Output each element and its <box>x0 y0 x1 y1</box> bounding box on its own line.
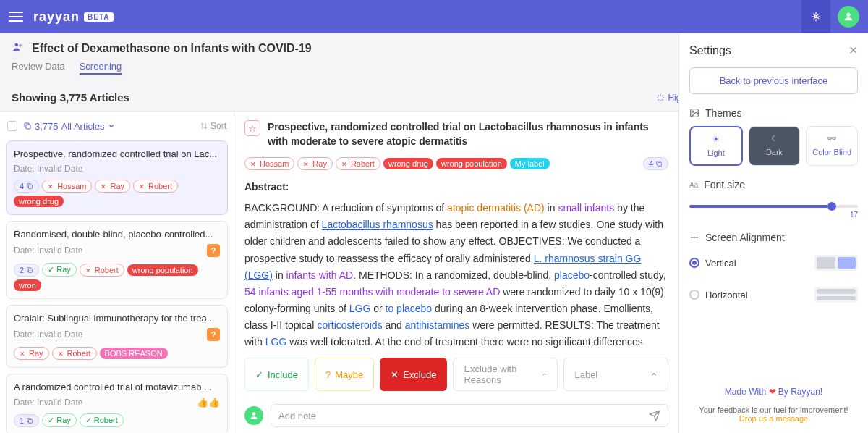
heart-icon: ❤ <box>769 387 776 397</box>
warn-badge: ? <box>207 244 220 257</box>
sun-icon: ☀ <box>712 135 720 144</box>
chevron-up-icon <box>542 371 548 378</box>
made-with: Made With ❤ By Rayyan! <box>689 387 858 397</box>
theme-dark[interactable]: ☾Dark <box>749 126 801 166</box>
beta-badge: BETA <box>84 12 113 22</box>
svg-point-17 <box>692 111 694 112</box>
settings-title: Settings <box>689 44 731 57</box>
article-title: A randomized controlled trial of motaviz… <box>14 382 220 392</box>
tag[interactable]: wrong drug <box>383 158 433 169</box>
select-all-checkbox[interactable] <box>7 121 17 131</box>
glasses-icon: 👓 <box>827 134 837 143</box>
review-title: Effect of Dexamethasone on Infants with … <box>32 42 312 55</box>
tag[interactable]: wron <box>14 279 41 291</box>
radio-horizontal[interactable] <box>689 290 699 300</box>
svg-rect-10 <box>26 125 30 129</box>
copy-count: 2 <box>14 264 39 277</box>
tag[interactable]: wrong drug <box>14 196 64 207</box>
article-card[interactable]: Oralair: Sublingual immunotherapy for th… <box>6 305 228 368</box>
note-avatar <box>244 406 263 425</box>
topbar: rayyan BETA <box>0 0 868 33</box>
maybe-button[interactable]: ? Maybe <box>315 358 374 391</box>
image-icon <box>689 108 699 118</box>
article-list-pane: 3,775 All Articles Sort Prospective, ran… <box>0 112 234 433</box>
exclude-button[interactable]: ✕ Exclude <box>380 358 447 391</box>
sort-icon <box>200 122 208 130</box>
include-button[interactable]: ✓ Include <box>244 358 309 391</box>
settings-button[interactable] <box>801 0 830 33</box>
copy-count: 4 <box>14 180 39 193</box>
detail-badge-count: 4 <box>643 157 668 170</box>
tag[interactable]: Ray <box>95 180 130 193</box>
radio-vertical[interactable] <box>689 258 699 268</box>
article-date: Date: Invalid Date <box>14 329 82 340</box>
settings-panel: Settings ✕ Back to previous interface Th… <box>678 33 868 433</box>
tag[interactable]: BOBS REASON <box>100 348 168 359</box>
chevron-up-icon <box>650 371 658 378</box>
svg-point-1 <box>846 13 850 17</box>
tag[interactable]: wrong population <box>127 264 198 276</box>
article-card[interactable]: Randomised, double-blind, placebo-contro… <box>6 221 228 299</box>
svg-rect-13 <box>28 419 32 423</box>
copy-count: 1 <box>14 414 39 427</box>
article-count-link[interactable]: 3,775 All Articles <box>23 121 115 132</box>
tag[interactable]: wrong population <box>436 158 507 169</box>
tag[interactable]: Robert <box>80 264 124 277</box>
label-button[interactable]: Label <box>563 358 668 391</box>
svg-rect-11 <box>28 185 32 188</box>
detail-title: Prospective, randomized controlled trial… <box>268 120 668 148</box>
font-slider[interactable] <box>689 205 858 208</box>
feedback-text: Your feedback is our fuel for improvemen… <box>689 405 858 423</box>
tag[interactable]: Ray <box>297 157 333 170</box>
article-detail-pane: ☆ Prospective, randomized controlled tri… <box>234 112 678 433</box>
send-icon[interactable] <box>649 410 660 421</box>
tag[interactable]: Hossam <box>42 180 92 193</box>
close-icon[interactable]: ✕ <box>848 43 858 57</box>
svg-point-15 <box>252 412 256 416</box>
slider-thumb[interactable] <box>827 202 836 211</box>
preview-vertical <box>814 255 858 271</box>
tag[interactable]: My label <box>510 158 550 169</box>
tag[interactable]: Ray <box>14 347 49 360</box>
abstract: Abstract: BACKGROUND: A reduction of sym… <box>234 170 678 350</box>
exclude-reasons-button[interactable]: Exclude with Reasons <box>453 358 558 391</box>
tab-screening[interactable]: Screening <box>80 61 122 75</box>
chevron-down-icon <box>108 122 115 130</box>
themes-label: Themes <box>689 107 858 119</box>
people-icon <box>12 41 25 56</box>
star-button[interactable]: ☆ <box>244 120 260 136</box>
menu-icon[interactable] <box>9 12 23 22</box>
article-title: Oralair: Sublingual immunotherapy for th… <box>14 313 220 324</box>
copy-icon <box>23 122 32 130</box>
preview-horizontal <box>814 287 858 303</box>
tag[interactable]: Hossam <box>244 157 294 170</box>
sort-button[interactable]: Sort <box>200 121 226 131</box>
feedback-link[interactable]: Drop us a message <box>689 414 858 423</box>
svg-rect-14 <box>658 163 661 167</box>
note-input[interactable]: Add note <box>271 404 668 427</box>
article-card[interactable]: Prospective, randomized controlled trial… <box>6 140 228 215</box>
article-date: Date: Invalid Date <box>14 398 82 408</box>
align-label: Screen Alignment <box>689 232 858 243</box>
tab-review-data[interactable]: Review Data <box>12 61 65 75</box>
tag[interactable]: Robert <box>336 157 380 170</box>
align-icon <box>689 232 699 243</box>
back-button[interactable]: Back to previous interface <box>689 67 858 94</box>
tag[interactable]: Robert <box>52 347 97 360</box>
article-title: Randomised, double-blind, placebo-contro… <box>14 229 220 240</box>
warn-badge: ? <box>207 328 220 341</box>
user-avatar[interactable] <box>838 6 859 28</box>
svg-point-3 <box>19 44 22 47</box>
align-horizontal[interactable]: Horizontal <box>689 282 858 307</box>
align-vertical[interactable]: Vertical <box>689 251 858 275</box>
tag[interactable]: ✓ Ray <box>42 263 77 277</box>
tag[interactable]: ✓ Ray <box>42 413 77 427</box>
svg-point-2 <box>15 43 19 47</box>
article-card[interactable]: A randomized controlled trial of motaviz… <box>6 374 228 433</box>
article-date: Date: Invalid Date <box>14 245 82 256</box>
tag[interactable]: Robert <box>133 180 178 193</box>
theme-colorblind[interactable]: 👓Color Blind <box>806 126 858 166</box>
highlights-icon <box>656 93 665 102</box>
tag[interactable]: ✓ Robert <box>80 413 124 427</box>
theme-light[interactable]: ☀Light <box>689 126 743 166</box>
